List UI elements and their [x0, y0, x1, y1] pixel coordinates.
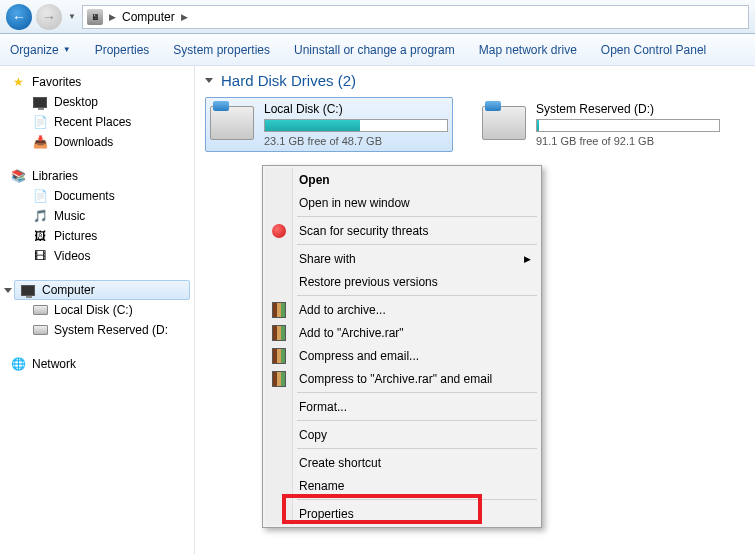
- drive-name: Local Disk (C:): [264, 102, 448, 116]
- rar-icon: [271, 302, 287, 318]
- chevron-right-icon[interactable]: ▶: [181, 12, 188, 22]
- drives-list: Local Disk (C:) 23.1 GB free of 48.7 GB …: [205, 97, 745, 152]
- menu-separator: [297, 216, 537, 217]
- section-header[interactable]: Hard Disk Drives (2): [205, 72, 745, 89]
- menu-separator: [297, 420, 537, 421]
- videos-icon: 🎞: [32, 248, 48, 264]
- menu-open[interactable]: Open: [265, 168, 539, 191]
- command-bar: Organize▼ Properties System properties U…: [0, 34, 755, 66]
- sidebar-item-recent-places[interactable]: 📄Recent Places: [4, 112, 190, 132]
- network-label: Network: [32, 357, 76, 371]
- submenu-arrow-icon: ▶: [524, 254, 531, 264]
- libraries-header[interactable]: 📚 Libraries: [4, 166, 190, 186]
- map-drive-button[interactable]: Map network drive: [479, 43, 577, 57]
- forward-button[interactable]: →: [36, 4, 62, 30]
- drive-usage-bar: [536, 119, 720, 132]
- expand-icon[interactable]: [4, 288, 12, 293]
- sidebar-item-system-reserved-d[interactable]: System Reserved (D:: [4, 320, 190, 340]
- favorites-label: Favorites: [32, 75, 81, 89]
- documents-icon: 📄: [32, 188, 48, 204]
- sidebar-item-videos[interactable]: 🎞Videos: [4, 246, 190, 266]
- drive-icon: [32, 302, 48, 318]
- drive-icon: [482, 106, 526, 140]
- drive-icon: [32, 322, 48, 338]
- breadcrumb-computer[interactable]: Computer: [122, 10, 175, 24]
- collapse-icon[interactable]: [205, 78, 213, 83]
- drive-name: System Reserved (D:): [536, 102, 720, 116]
- system-properties-button[interactable]: System properties: [173, 43, 270, 57]
- drive-info: System Reserved (D:) 91.1 GB free of 92.…: [536, 102, 720, 147]
- control-panel-button[interactable]: Open Control Panel: [601, 43, 706, 57]
- uninstall-button[interactable]: Uninstall or change a program: [294, 43, 455, 57]
- menu-separator: [297, 392, 537, 393]
- rar-icon: [271, 325, 287, 341]
- computer-group: Computer Local Disk (C:) System Reserved…: [4, 280, 190, 340]
- menu-copy[interactable]: Copy: [265, 423, 539, 446]
- menu-format[interactable]: Format...: [265, 395, 539, 418]
- menu-restore-versions[interactable]: Restore previous versions: [265, 270, 539, 293]
- properties-button[interactable]: Properties: [95, 43, 150, 57]
- downloads-icon: 📥: [32, 134, 48, 150]
- menu-add-archive[interactable]: Add to archive...: [265, 298, 539, 321]
- menu-create-shortcut[interactable]: Create shortcut: [265, 451, 539, 474]
- section-title-text: Hard Disk Drives (2): [221, 72, 356, 89]
- drive-icon: [210, 106, 254, 140]
- address-bar[interactable]: 🖥 ▶ Computer ▶: [82, 5, 749, 29]
- libraries-group: 📚 Libraries 📄Documents 🎵Music 🖼Pictures …: [4, 166, 190, 266]
- menu-compress-rar-email[interactable]: Compress to "Archive.rar" and email: [265, 367, 539, 390]
- menu-rename[interactable]: Rename: [265, 474, 539, 497]
- network-group: 🌐 Network: [4, 354, 190, 374]
- sidebar-item-desktop[interactable]: Desktop: [4, 92, 190, 112]
- network-icon: 🌐: [10, 356, 26, 372]
- navigation-pane: ★ Favorites Desktop 📄Recent Places 📥Down…: [0, 66, 195, 554]
- computer-icon: 🖥: [87, 9, 103, 25]
- menu-add-archive-rar[interactable]: Add to "Archive.rar": [265, 321, 539, 344]
- menu-separator: [297, 244, 537, 245]
- desktop-icon: [32, 94, 48, 110]
- computer-header[interactable]: Computer: [14, 280, 190, 300]
- drive-free-text: 23.1 GB free of 48.7 GB: [264, 135, 448, 147]
- drive-local-disk-c[interactable]: Local Disk (C:) 23.1 GB free of 48.7 GB: [205, 97, 453, 152]
- drive-usage-bar: [264, 119, 448, 132]
- sidebar-item-local-disk-c[interactable]: Local Disk (C:): [4, 300, 190, 320]
- network-header[interactable]: 🌐 Network: [4, 354, 190, 374]
- drive-info: Local Disk (C:) 23.1 GB free of 48.7 GB: [264, 102, 448, 147]
- rar-icon: [271, 348, 287, 364]
- star-icon: ★: [10, 74, 26, 90]
- libraries-label: Libraries: [32, 169, 78, 183]
- computer-label: Computer: [42, 283, 95, 297]
- menu-share-with[interactable]: Share with▶: [265, 247, 539, 270]
- sidebar-item-music[interactable]: 🎵Music: [4, 206, 190, 226]
- back-button[interactable]: ←: [6, 4, 32, 30]
- menu-open-new-window[interactable]: Open in new window: [265, 191, 539, 214]
- shield-icon: [271, 223, 287, 239]
- drive-free-text: 91.1 GB free of 92.1 GB: [536, 135, 720, 147]
- menu-scan-threats[interactable]: Scan for security threats: [265, 219, 539, 242]
- favorites-group: ★ Favorites Desktop 📄Recent Places 📥Down…: [4, 72, 190, 152]
- chevron-right-icon[interactable]: ▶: [109, 12, 116, 22]
- rar-icon: [271, 371, 287, 387]
- menu-properties[interactable]: Properties: [265, 502, 539, 525]
- context-menu: Open Open in new window Scan for securit…: [262, 165, 542, 528]
- menu-separator: [297, 448, 537, 449]
- computer-icon: [20, 282, 36, 298]
- menu-compress-email[interactable]: Compress and email...: [265, 344, 539, 367]
- menu-separator: [297, 499, 537, 500]
- music-icon: 🎵: [32, 208, 48, 224]
- drive-system-reserved-d[interactable]: System Reserved (D:) 91.1 GB free of 92.…: [477, 97, 725, 152]
- sidebar-item-downloads[interactable]: 📥Downloads: [4, 132, 190, 152]
- nav-history-dropdown[interactable]: ▼: [66, 4, 78, 30]
- sidebar-item-pictures[interactable]: 🖼Pictures: [4, 226, 190, 246]
- organize-menu[interactable]: Organize▼: [10, 43, 71, 57]
- pictures-icon: 🖼: [32, 228, 48, 244]
- recent-icon: 📄: [32, 114, 48, 130]
- menu-separator: [297, 295, 537, 296]
- sidebar-item-documents[interactable]: 📄Documents: [4, 186, 190, 206]
- favorites-header[interactable]: ★ Favorites: [4, 72, 190, 92]
- navigation-bar: ← → ▼ 🖥 ▶ Computer ▶: [0, 0, 755, 34]
- libraries-icon: 📚: [10, 168, 26, 184]
